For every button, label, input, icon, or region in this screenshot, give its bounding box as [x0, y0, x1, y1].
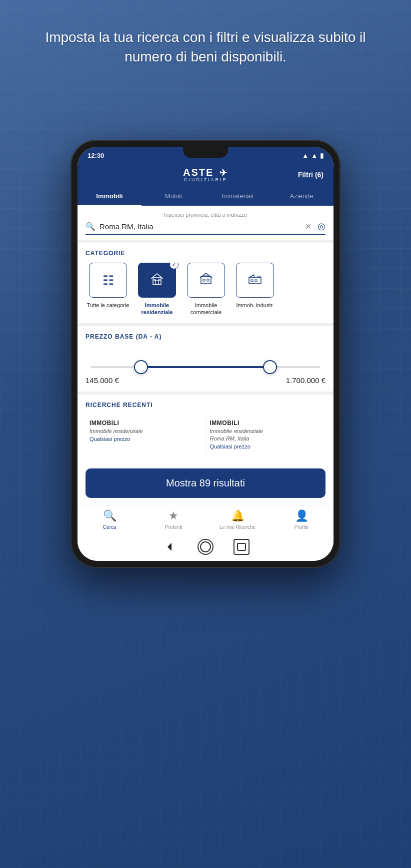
price-slider-min-thumb[interactable] [134, 360, 148, 374]
svg-rect-2 [154, 279, 156, 281]
price-section: PREZZO BASE (DA - A) 145.000 € 1.700.000… [78, 323, 334, 392]
battery-icon: ▮ [320, 152, 324, 159]
price-slider-max-thumb[interactable] [263, 360, 277, 374]
recent-card-1-title: IMMOBILI [90, 420, 202, 427]
recent-card-2-price: Qualsiasi prezzo [210, 443, 322, 449]
category-box-commercial[interactable] [187, 263, 225, 298]
phone-bottom-bar [78, 535, 334, 561]
tab-immobili[interactable]: Immobili [78, 187, 142, 206]
nav-profilo-icon: 👤 [295, 509, 308, 522]
category-icon-industrial [247, 271, 263, 290]
nav-preferiti-icon: ★ [168, 509, 178, 522]
nav-ricerche-label: Le mie Ricerche [220, 524, 256, 530]
nav-ricerche[interactable]: 🔔 Le mie Ricerche [206, 509, 270, 530]
categories-row: ☷ Tutte le categorie ✓ [86, 263, 326, 316]
category-label-all: Tutte le categorie [87, 302, 130, 309]
category-commercial[interactable]: Immobile commerciale [184, 263, 228, 316]
checkmark-icon: ✓ [170, 263, 178, 269]
logo-icon: ✈ [220, 168, 228, 177]
signal-icon: ▲ [311, 152, 318, 159]
svg-rect-12 [251, 280, 253, 282]
logo-title: ASTE ✈ [183, 167, 228, 177]
nav-back-button[interactable] [162, 539, 178, 555]
recent-section: RICERCHE RECENTI IMMOBILI Immobile resid… [78, 392, 334, 462]
locate-icon[interactable]: ◎ [318, 221, 326, 232]
logo-subtitle: GIUDIZIARIE [183, 177, 228, 182]
category-box-all[interactable]: ☷ [89, 263, 127, 298]
recent-grid: IMMOBILI Immobile residenziale Qualsiasi… [86, 415, 326, 455]
hero-text: Imposta la tua ricerca con i filtri e vi… [0, 27, 411, 66]
search-label: Inserisci provincia, città o indirizzo [86, 212, 326, 218]
bottom-nav: 🔍 Cerca ★ Preferiti 🔔 Le mie Ricerche 👤 … [78, 505, 334, 535]
recent-card-2[interactable]: IMMOBILI Immobile residenziale Roma RM, … [206, 415, 326, 455]
status-time: 12:30 [88, 152, 104, 159]
price-slider-track [90, 366, 320, 368]
svg-rect-1 [156, 281, 158, 285]
nav-cerca[interactable]: 🔍 Cerca [78, 509, 142, 530]
tab-mobili[interactable]: Mobili [142, 187, 206, 205]
recent-card-2-title: IMMOBILI [210, 420, 322, 427]
price-labels: 145.000 € 1.700.000 € [86, 376, 326, 385]
svg-marker-16 [168, 543, 172, 551]
category-box-industrial[interactable] [236, 263, 274, 298]
price-max-label: 1.700.000 € [286, 376, 326, 385]
category-icon-commercial [198, 271, 214, 290]
price-title: PREZZO BASE (DA - A) [86, 333, 326, 340]
phone-outer-bezel: 12:30 ▲ ▲ ▮ ASTE ✈ GIUDIZIARIE Filtri (6… [70, 140, 340, 568]
category-icon-all: ☷ [102, 273, 114, 288]
cta-button[interactable]: Mostra 89 risultati [86, 468, 326, 498]
nav-cerca-label: Cerca [103, 524, 116, 530]
recent-card-2-sub: Immobile residenziale Roma RM, Italia [210, 428, 322, 443]
nav-profilo-label: Profilo [294, 524, 308, 530]
recent-card-1-price: Qualsiasi prezzo [90, 436, 202, 442]
app-header: ASTE ✈ GIUDIZIARIE Filtri (6) [78, 162, 334, 187]
search-section: Inserisci provincia, città o indirizzo 🔍… [78, 206, 334, 240]
category-label-residential: Immobile residenziale [134, 302, 180, 316]
app-logo: ASTE ✈ GIUDIZIARIE [183, 167, 228, 182]
category-industrial[interactable]: Immob. industr. [232, 263, 278, 316]
search-value[interactable]: Roma RM, Italia [100, 222, 305, 231]
svg-rect-0 [153, 278, 161, 285]
categories-title: CATEGORIE [86, 250, 326, 257]
nav-preferiti[interactable]: ★ Preferiti [142, 509, 206, 530]
category-icon-residential [149, 271, 165, 290]
category-label-industrial: Immob. industr. [236, 302, 274, 309]
nav-home-button[interactable] [198, 539, 214, 555]
svg-rect-13 [255, 280, 257, 282]
cta-wrapper: Mostra 89 risultati [78, 461, 334, 505]
svg-rect-5 [203, 279, 205, 281]
nav-preferiti-label: Preferiti [165, 524, 182, 530]
svg-rect-6 [207, 279, 209, 281]
recent-title: RICERCHE RECENTI [86, 402, 326, 409]
tab-bar: Immobili Mobili Immateriali Aziende [78, 187, 334, 206]
svg-line-10 [249, 275, 254, 278]
category-all[interactable]: ☷ Tutte le categorie [86, 263, 130, 316]
filtri-button[interactable]: Filtri (6) [298, 171, 324, 179]
nav-cerca-icon: 🔍 [103, 509, 116, 522]
svg-rect-3 [158, 279, 160, 281]
svg-rect-4 [201, 277, 211, 284]
recent-card-1[interactable]: IMMOBILI Immobile residenziale Qualsiasi… [86, 415, 206, 455]
category-box-residential[interactable]: ✓ [138, 263, 176, 298]
status-icons: ▲ ▲ ▮ [302, 152, 324, 159]
price-min-label: 145.000 € [86, 376, 119, 385]
recent-card-1-sub: Immobile residenziale [90, 428, 202, 435]
clear-icon[interactable]: ✕ [305, 222, 312, 231]
categories-section: CATEGORIE ☷ Tutte le categorie ✓ [78, 240, 334, 323]
nav-profilo[interactable]: 👤 Profilo [270, 509, 334, 530]
price-slider-container [86, 346, 326, 368]
phone-screen: 12:30 ▲ ▲ ▮ ASTE ✈ GIUDIZIARIE Filtri (6… [78, 147, 334, 561]
phone-notch [183, 147, 228, 158]
category-label-commercial: Immobile commerciale [184, 302, 228, 316]
nav-recents-button[interactable] [234, 539, 250, 555]
tab-aziende[interactable]: Aziende [270, 187, 334, 205]
category-residential[interactable]: ✓ Immobile resid [134, 263, 180, 316]
search-bar: 🔍 Roma RM, Italia ✕ ◎ [86, 221, 326, 235]
price-slider-fill [141, 366, 270, 368]
nav-ricerche-icon: 🔔 [231, 509, 244, 522]
wifi-icon: ▲ [302, 152, 308, 159]
phone-mockup: 12:30 ▲ ▲ ▮ ASTE ✈ GIUDIZIARIE Filtri (6… [70, 140, 340, 568]
tab-immateriali[interactable]: Immateriali [206, 187, 270, 205]
search-icon: 🔍 [86, 222, 96, 231]
